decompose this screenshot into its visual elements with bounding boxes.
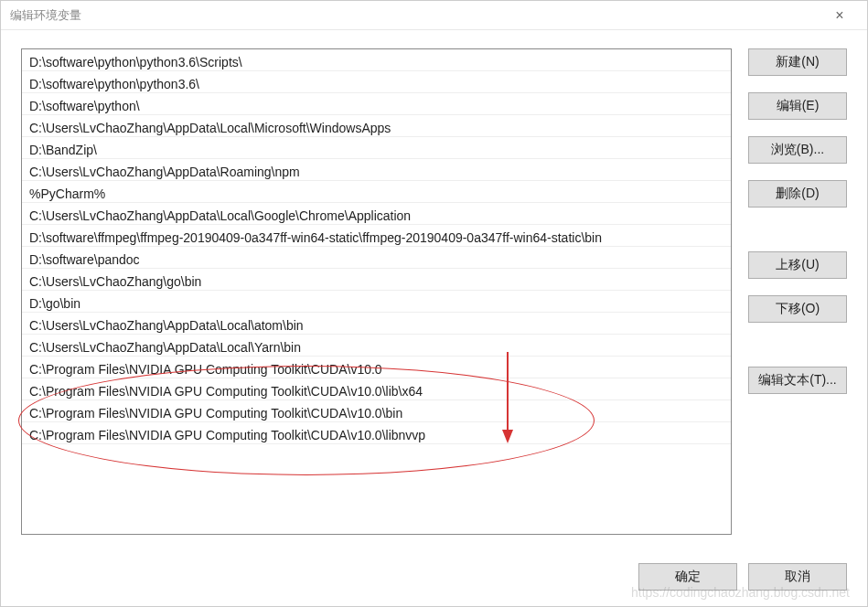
list-item[interactable]: D:\software\pandoc — [22, 247, 731, 269]
list-item[interactable]: D:\software\python\python3.6\Scripts\ — [22, 49, 731, 71]
new-button[interactable]: 新建(N) — [748, 48, 847, 76]
list-item[interactable]: C:\Program Files\NVIDIA GPU Computing To… — [22, 378, 731, 400]
content-area: D:\software\python\python3.6\Scripts\ D:… — [1, 30, 867, 548]
list-item[interactable]: D:\software\ffmpeg\ffmpeg-20190409-0a347… — [22, 225, 731, 247]
list-item[interactable]: C:\Program Files\NVIDIA GPU Computing To… — [22, 400, 731, 422]
close-icon: × — [835, 7, 843, 24]
edit-text-button[interactable]: 编辑文本(T)... — [748, 367, 847, 394]
window-title: 编辑环境变量 — [10, 7, 821, 24]
browse-button[interactable]: 浏览(B)... — [748, 136, 847, 164]
list-item[interactable]: %PyCharm% — [22, 181, 731, 203]
env-path-listbox[interactable]: D:\software\python\python3.6\Scripts\ D:… — [21, 48, 732, 535]
list-item[interactable]: C:\Program Files\NVIDIA GPU Computing To… — [22, 357, 731, 378]
list-item[interactable]: C:\Users\LvChaoZhang\AppData\Local\Googl… — [22, 203, 731, 225]
list-item[interactable]: C:\Users\LvChaoZhang\go\bin — [22, 269, 731, 291]
list-item[interactable]: D:\software\python\ — [22, 93, 731, 115]
list-item[interactable]: C:\Users\LvChaoZhang\AppData\Local\atom\… — [22, 313, 731, 335]
list-item[interactable]: C:\Program Files\NVIDIA GPU Computing To… — [22, 422, 731, 444]
ok-button[interactable]: 确定 — [638, 563, 737, 591]
move-down-button[interactable]: 下移(O) — [748, 295, 847, 323]
list-item[interactable]: D:\BandZip\ — [22, 137, 731, 159]
list-item[interactable]: D:\software\python\python3.6\ — [22, 71, 731, 93]
cancel-button[interactable]: 取消 — [748, 563, 847, 591]
dialog-window: 编辑环境变量 × D:\software\python\python3.6\Sc… — [0, 0, 868, 607]
delete-button[interactable]: 删除(D) — [748, 180, 847, 208]
list-item[interactable]: C:\Users\LvChaoZhang\AppData\Local\Micro… — [22, 115, 731, 137]
titlebar: 编辑环境变量 × — [1, 1, 867, 30]
button-sidebar: 新建(N) 编辑(E) 浏览(B)... 删除(D) 上移(U) 下移(O) 编… — [748, 48, 847, 548]
close-button[interactable]: × — [821, 3, 858, 28]
move-up-button[interactable]: 上移(U) — [748, 251, 847, 279]
list-item[interactable]: D:\go\bin — [22, 291, 731, 313]
edit-button[interactable]: 编辑(E) — [748, 92, 847, 120]
dialog-footer: 确定 取消 — [1, 548, 867, 606]
list-item[interactable]: C:\Users\LvChaoZhang\AppData\Local\Yarn\… — [22, 335, 731, 357]
list-item[interactable]: C:\Users\LvChaoZhang\AppData\Roaming\npm — [22, 159, 731, 181]
